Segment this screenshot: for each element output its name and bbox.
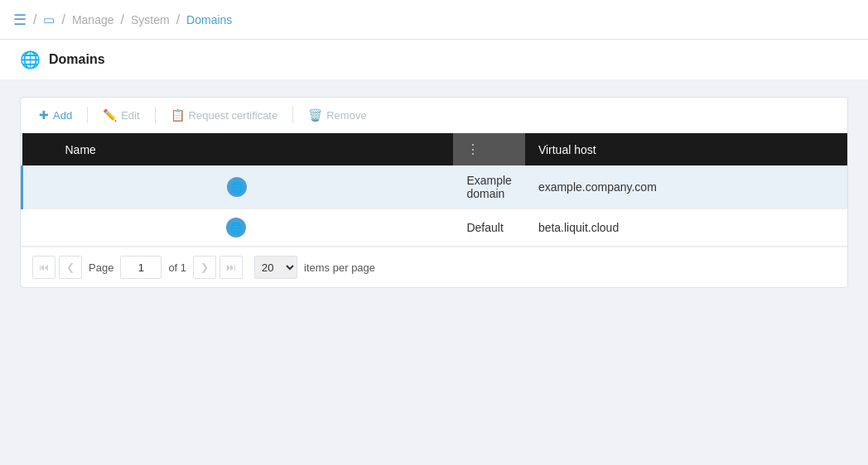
toolbar-sep-2	[155, 107, 156, 123]
breadcrumb-sep-4: /	[176, 12, 180, 27]
sidebar-toggle-icon[interactable]: ☰	[13, 11, 27, 29]
table-header-row: Name ⋮ Virtual host	[22, 133, 848, 165]
request-cert-button[interactable]: 📋 Request certificate	[162, 104, 287, 126]
page-input[interactable]	[120, 256, 162, 279]
remove-button[interactable]: 🗑️ Remove	[300, 104, 374, 126]
col-header-vhost: Virtual host	[525, 133, 847, 165]
col-header-menu: ⋮	[453, 133, 524, 165]
main-content: ✚ Add ✏️ Edit 📋 Request certificate 🗑️ R…	[0, 80, 868, 304]
page-label: Page	[89, 261, 113, 274]
row-icon-cell-1: 🌐	[22, 165, 454, 209]
row-name-2: Default	[453, 209, 524, 247]
domains-table: Name ⋮ Virtual host 🌐 Example domain exa…	[21, 133, 847, 247]
toolbar-sep-3	[292, 107, 293, 123]
breadcrumb-system[interactable]: System	[131, 13, 170, 26]
domains-header-icon: 🌐	[20, 50, 41, 70]
layout-icon[interactable]: ▭	[43, 12, 55, 27]
last-page-button[interactable]: ⏭	[219, 256, 243, 279]
row-name-1: Example domain	[453, 165, 524, 209]
first-page-button[interactable]: ⏮	[32, 256, 55, 279]
items-per-page-select[interactable]: 10 20 50 100	[254, 256, 297, 279]
column-menu-icon[interactable]: ⋮	[466, 142, 480, 156]
edit-label: Edit	[121, 109, 139, 122]
breadcrumb-sep-2: /	[61, 12, 65, 27]
breadcrumb-sep-3: /	[121, 12, 124, 27]
edit-icon: ✏️	[103, 108, 117, 122]
table-row[interactable]: 🌐 Example domain example.company.com	[22, 165, 848, 209]
items-per-page-label: items per page	[304, 261, 375, 274]
remove-icon: 🗑️	[308, 108, 322, 122]
row-vhost-2: beta.liquit.cloud	[525, 209, 847, 247]
request-cert-label: Request certificate	[189, 109, 278, 122]
add-label: Add	[53, 109, 72, 122]
page-of-label: of 1	[168, 261, 186, 274]
domains-panel: ✚ Add ✏️ Edit 📋 Request certificate 🗑️ R…	[20, 97, 848, 288]
col-header-name: Name	[22, 133, 454, 165]
toolbar-sep-1	[87, 107, 88, 123]
add-icon: ✚	[39, 108, 49, 122]
remove-label: Remove	[326, 109, 366, 122]
prev-page-button[interactable]: ❮	[59, 256, 82, 279]
page-header: 🌐 Domains	[0, 40, 868, 80]
row-icon-cell-2: 🌐	[22, 209, 454, 247]
breadcrumb-sep-1: /	[33, 12, 36, 27]
toolbar: ✚ Add ✏️ Edit 📋 Request certificate 🗑️ R…	[21, 98, 847, 133]
domain-globe-icon-1: 🌐	[227, 177, 247, 197]
page-title: Domains	[49, 52, 105, 67]
add-button[interactable]: ✚ Add	[31, 104, 80, 126]
row-vhost-1: example.company.com	[525, 165, 847, 209]
domain-globe-icon-2: 🌐	[226, 218, 246, 237]
cert-icon: 📋	[171, 108, 185, 122]
top-bar: ☰ / ▭ / Manage / System / Domains	[0, 0, 868, 40]
breadcrumb-domains[interactable]: Domains	[186, 13, 232, 26]
next-page-button[interactable]: ❯	[193, 256, 216, 279]
pagination: ⏮ ❮ Page of 1 ❯ ⏭ 10 20 50 100 items per…	[21, 247, 847, 287]
table-row[interactable]: 🌐 Default beta.liquit.cloud	[22, 209, 848, 247]
breadcrumb-manage[interactable]: Manage	[72, 13, 114, 26]
edit-button[interactable]: ✏️ Edit	[94, 104, 147, 126]
